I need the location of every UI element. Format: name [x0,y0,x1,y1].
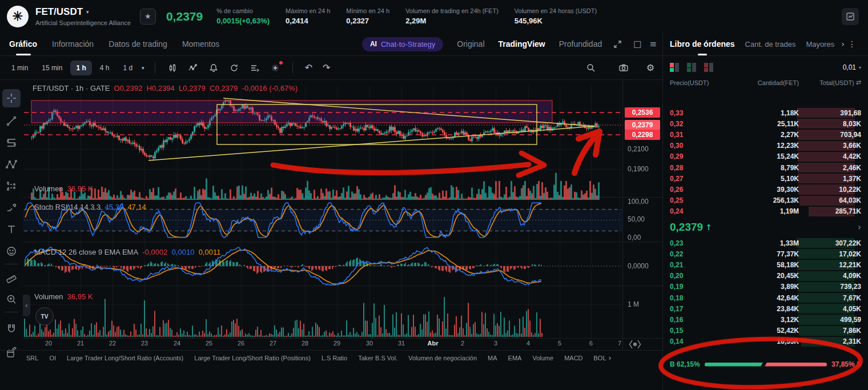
total: 499,59 [804,316,861,324]
timeframe-15-min[interactable]: 15 min [36,61,68,75]
price: 0,15 [670,327,722,335]
bottom-indicator-volume[interactable]: Volume [532,355,553,361]
ask-row[interactable]: 0,3225,11K8,03K [663,118,868,129]
bid-row[interactable]: 0,1723,84K4,05K [663,303,868,314]
total: 7,67K [804,294,861,302]
redo-icon[interactable]: ↷ [323,62,330,73]
quantity: 1,19M [722,207,804,215]
bottom-indicator-oi[interactable]: OI [49,355,56,361]
bottom-indicator-boll[interactable]: BOLL [594,355,606,361]
bid-row[interactable]: 0,1416,55K2,31K [663,336,868,347]
bid-row[interactable]: 0,163,12K499,59 [663,314,868,325]
mode-profundidad[interactable]: Profundidad [559,39,602,49]
xabcd-pattern-tool[interactable] [2,155,21,174]
measure-ruler-tool[interactable] [2,268,21,287]
view-both-icon[interactable] [670,63,679,72]
tab-gr-fico[interactable]: Gráfico [9,33,37,55]
expand-icon[interactable] [613,40,622,49]
tabs-chevron-icon[interactable]: › [841,39,845,49]
bid-row[interactable]: 0,1552,42K7,86K [663,325,868,336]
search-icon[interactable] [586,63,596,73]
alert-bell-icon[interactable] [208,63,219,73]
bid-row[interactable]: 0,2158,18K12,21K [663,259,868,270]
add-indicator-icon[interactable] [270,63,280,73]
fib-retracement-tool[interactable] [2,134,21,152]
timeframe-1-d[interactable]: 1 d [117,61,138,75]
ask-row[interactable]: 0,2639,30K10,22K [663,184,868,195]
ask-row[interactable]: 0,275,10K1,37K [663,173,868,184]
view-asks-icon[interactable] [704,63,713,72]
bottom-indicator-ma[interactable]: MA [488,355,497,361]
bottom-indicator-large-trader-long-short-ratio-accounts[interactable]: Large Trader Long/Short Ratio (Accounts) [67,355,183,361]
orderbook-tab-libro-de-rdenes[interactable]: Libro de órdenes [670,33,735,55]
orderbook-tab-mayores[interactable]: Mayores [806,33,834,55]
bottom-indicator-ema[interactable]: EMA [508,355,522,361]
precision-select[interactable]: 0,01▾ [843,63,861,71]
bottom-indicator-macd[interactable]: MACD [564,355,582,361]
chat-to-strategy-button[interactable]: AI Chat-to-Strategy [362,37,443,51]
more-options-icon[interactable]: ⋮ [848,39,856,49]
market-panel-icon[interactable] [842,8,859,25]
favorite-star-button[interactable]: ★ [140,9,156,25]
panel-square-icon[interactable]: □ [633,39,641,49]
timeframe-caret-icon[interactable]: ▾ [142,65,144,71]
templates-list-icon[interactable] [250,63,260,73]
price-scale[interactable]: 0,25360,23790,22980,21000,1900100,0050,0… [622,80,663,349]
settings-gear-icon[interactable]: ⚙ [646,62,654,73]
ask-row[interactable]: 0,3012,23K3,66K [663,140,868,151]
bid-row[interactable]: 0,2277,37K17,02K [663,248,868,259]
bid-row[interactable]: 0,1842,64K7,67K [663,292,868,303]
bottom-indicator-volumen-de-negociaci-n[interactable]: Volumen de negociación [408,355,477,361]
layout-menu-icon[interactable]: ≡ [649,39,657,49]
bid-row[interactable]: 0,2020,45K4,09K [663,271,868,282]
brush-tool[interactable] [2,199,21,217]
bid-row[interactable]: 0,231,33M307,22K [663,238,868,248]
undo-icon[interactable]: ↶ [305,62,312,73]
pair-block[interactable]: FET/USDT ▾ Artificial Superintelligence … [35,6,131,26]
x-tick-22: 22 [100,340,125,347]
price: 0,20 [670,272,722,280]
bottom-bar-chevron-icon[interactable]: › [609,353,612,362]
swap-unit-icon[interactable]: ⇄ [856,79,861,86]
sell-percent: 37,85% S [831,360,861,368]
crosshair-tool[interactable] [2,89,21,107]
tab-datos-de-trading[interactable]: Datos de trading [108,33,167,55]
mode-tradingview[interactable]: TradingView [499,39,545,49]
bottom-indicator-srl[interactable]: SRL [26,355,38,361]
snapshot-camera-icon[interactable] [618,63,629,73]
hide-scale-icon[interactable] [628,339,642,349]
ask-row[interactable]: 0,241,19M285,71K [663,206,868,217]
candle-style-icon[interactable] [167,63,178,73]
prediction-tool[interactable] [2,177,21,195]
ask-row[interactable]: 0,25256,13K64,03K [663,195,868,206]
ask-row[interactable]: 0,331,18K391,68 [663,107,868,118]
timeframe-1-h[interactable]: 1 h [70,61,91,75]
refresh-icon[interactable] [229,63,239,73]
zoom-in-tool[interactable] [2,290,21,308]
bottom-indicator-large-trader-long-short-ratio-positions[interactable]: Large Trader Long/Short Ratio (Positions… [194,355,311,361]
trendline-tool[interactable] [2,112,21,130]
ask-row[interactable]: 0,2915,24K4,42K [663,151,868,162]
text-tool[interactable] [2,220,21,239]
timeframe-1-min[interactable]: 1 min [6,61,34,75]
mid-price-row[interactable]: 0,2379 ↑ › [663,217,868,238]
view-bids-icon[interactable] [687,63,696,72]
bid-row[interactable]: 0,193,89K739,23 [663,282,868,292]
time-axis[interactable]: 202122232425262728293031Abr234567 [23,338,622,349]
timeframe-4-h[interactable]: 4 h [94,61,115,75]
ask-row[interactable]: 0,288,79K2,46K [663,162,868,173]
magnet-tool[interactable] [2,320,21,338]
emoji-tool[interactable] [2,242,21,260]
ask-row[interactable]: 0,312,27K703,94 [663,129,868,140]
bottom-indicator-l-s-ratio[interactable]: L.S Ratio [322,355,347,361]
indicators-icon[interactable] [188,63,198,73]
orderbook-tab-cant-de-trades[interactable]: Cant. de trades [745,33,796,55]
bottom-indicator-taker-b-s-vol[interactable]: Taker B.S Vol. [358,355,397,361]
price: 0,28 [670,164,722,172]
tradingview-logo[interactable]: TV [35,307,54,325]
tab-momentos[interactable]: Momentos [182,33,219,55]
mode-original[interactable]: Original [457,39,484,49]
chevron-down-icon[interactable]: ▾ [86,9,89,15]
tab-informaci-n[interactable]: Información [52,33,94,55]
collapse-left-panel-handle[interactable]: ‹ [23,295,30,316]
